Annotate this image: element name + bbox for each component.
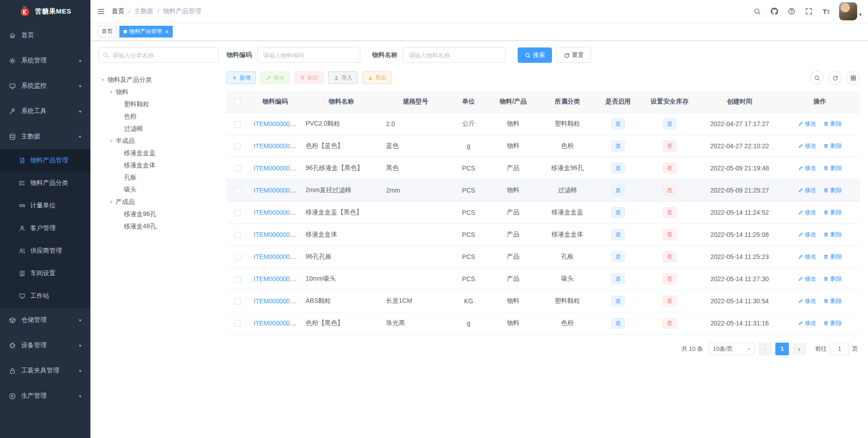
row-checkbox[interactable] [235,121,241,127]
tree-node[interactable]: ▾ 物料及产品分类 [99,74,218,86]
material-code-link[interactable]: ITEM00000037 [254,120,297,127]
table-row[interactable]: ITEM00000041 色粉【蓝色】 蓝色 g 物料 色粉 是 否 2022-… [226,135,860,157]
toggle-search-button[interactable] [810,71,824,85]
material-code-link[interactable]: ITEM00000054 [254,275,297,283]
page-size-select[interactable]: 10条/页 ▾ [708,343,755,355]
tree-node[interactable]: ▾ 移液盒盒体 [99,159,218,171]
tree-node[interactable]: ▾ 产成品 [99,196,218,208]
edit-row-button[interactable]: 修改 [798,208,816,217]
material-code-link[interactable]: ITEM00000053 [254,253,297,260]
delete-row-button[interactable]: 删除 [823,319,842,327]
tree-node[interactable]: ▾ 色粉 [99,110,218,122]
sidebar-subitem[interactable]: 工作站 [0,285,90,307]
search-button[interactable]: 搜索 [518,47,552,63]
fullscreen-button[interactable] [800,0,817,23]
caret-down-icon[interactable]: ▾ [107,199,116,205]
tree-node[interactable]: ▾ 移液盒盒盖 [99,147,218,159]
category-search-input[interactable] [99,47,218,63]
breadcrumb-home[interactable]: 首页 [112,7,124,15]
table-row[interactable]: ITEM00000054 10mm吸头 PCS 产品 吸头 是 否 2022-0… [226,268,860,290]
sidebar-item-system-monitor[interactable]: 系统监控 ▾ [0,73,90,99]
app-logo[interactable]: 苦糖果MES [0,0,90,23]
caret-down-icon[interactable]: ▾ [107,89,116,95]
github-link[interactable] [766,0,783,23]
user-avatar[interactable] [839,2,857,20]
help-button[interactable] [783,0,800,23]
tab-home[interactable]: 首页 [98,26,117,38]
edit-row-button[interactable]: 修改 [798,164,816,172]
row-checkbox[interactable] [235,298,241,305]
table-row[interactable]: ITEM00000037 PVC2.0颗粒 2.0 公斤 物料 塑料颗粒 是 是… [226,113,860,135]
sidebar-subitem[interactable]: 计量单位 [0,194,90,217]
table-row[interactable]: ITEM00000053 96孔孔板 PCS 产品 孔板 是 否 2022-05… [226,245,860,268]
caret-down-icon[interactable]: ▾ [107,138,116,144]
edit-row-button[interactable]: 修改 [798,231,816,239]
sidebar-toggle-button[interactable] [90,0,112,23]
page-number-1[interactable]: 1 [775,343,789,355]
next-page-button[interactable]: › [793,343,806,355]
material-code-link[interactable]: ITEM00000046 [254,165,297,172]
table-row[interactable]: ITEM00000056 色粉【黑色】 珠光黑 g 物料 色粉 是 否 2022… [226,312,860,334]
row-checkbox[interactable] [235,143,241,150]
edit-row-button[interactable]: 修改 [798,275,816,283]
row-checkbox[interactable] [235,254,241,260]
tab-close-icon[interactable]: × [165,28,169,35]
delete-row-button[interactable]: 删除 [823,208,842,217]
material-code-link[interactable]: ITEM00000041 [254,142,297,150]
table-row[interactable]: ITEM00000052 移液盒盒体 PCS 产品 移液盒盒体 是 否 2022… [226,223,860,245]
sidebar-item-master-data[interactable]: 主数据 ▾ [0,124,90,149]
tree-node[interactable]: ▾ 半成品 [99,135,218,147]
sidebar-item-system-tools[interactable]: 系统工具 ▾ [0,99,90,124]
font-size-button[interactable]: TT [817,0,835,23]
material-code-link[interactable]: ITEM00000052 [254,231,297,238]
delete-row-button[interactable]: 删除 [823,231,842,239]
delete-button[interactable]: 删除 [294,71,324,84]
refresh-table-button[interactable] [828,71,842,85]
sidebar-subitem[interactable]: 车间设置 [0,262,90,285]
material-name-input[interactable] [403,47,506,63]
edit-row-button[interactable]: 修改 [798,319,816,327]
table-row[interactable]: ITEM00000055 ABS颗粒 长度1CM KG 物料 塑料颗粒 是 否 … [226,290,860,312]
material-code-link[interactable]: ITEM00000056 [254,320,297,327]
row-checkbox[interactable] [235,232,241,238]
select-all-checkbox[interactable] [235,99,241,105]
delete-row-button[interactable]: 删除 [823,186,842,194]
delete-row-button[interactable]: 删除 [823,142,842,150]
tree-node[interactable]: ▾ 孔板 [99,171,218,184]
user-menu[interactable]: ▾ [839,0,862,23]
material-code-input[interactable] [257,47,360,63]
sidebar-subitem[interactable]: 客户管理 [0,217,90,240]
material-code-link[interactable]: ITEM00000055 [254,297,297,305]
row-checkbox[interactable] [235,188,241,194]
edit-row-button[interactable]: 修改 [798,142,816,150]
prev-page-button[interactable]: ‹ [758,343,772,355]
sidebar-item-fixture-mgmt[interactable]: 工装夹具管理 ▾ [0,358,90,383]
material-code-link[interactable]: ITEM00000051 [254,209,297,216]
delete-row-button[interactable]: 删除 [823,253,842,261]
sidebar-item-equipment-mgmt[interactable]: 设备管理 ▾ [0,333,90,358]
reset-button[interactable]: 重置 [557,47,591,63]
import-button[interactable]: 导入 [328,71,358,84]
edit-row-button[interactable]: 修改 [798,186,816,194]
export-button[interactable]: 导出 [362,71,392,84]
delete-row-button[interactable]: 删除 [823,275,842,283]
edit-row-button[interactable]: 修改 [798,297,816,305]
sidebar-item-system-mgmt[interactable]: 系统管理 ▾ [0,48,90,73]
table-row[interactable]: ITEM00000051 移液盒盒盖【黑色】 PCS 产品 移液盒盒盖 是 否 … [226,201,860,223]
delete-row-button[interactable]: 删除 [823,297,842,305]
sidebar-subitem[interactable]: 物料产品管理 [0,149,90,172]
sidebar-subitem[interactable]: 供应商管理 [0,240,90,262]
tree-node[interactable]: ▾ 移液盒96孔 [99,208,218,220]
table-row[interactable]: ITEM00000046 96孔移液盒【黑色】 黑色 PCS 产品 移液盒96孔… [226,157,860,179]
caret-down-icon[interactable]: ▾ [99,77,108,83]
header-search-button[interactable] [749,0,766,23]
tree-node[interactable]: ▾ 塑料颗粒 [99,98,218,110]
tree-node[interactable]: ▾ 物料 [99,86,218,98]
sidebar-item-home[interactable]: 首页 [0,23,90,48]
tree-node[interactable]: ▾ 移液盒48孔 [99,220,218,232]
goto-page-input[interactable] [830,343,849,355]
add-button[interactable]: 新增 [226,71,256,84]
sidebar-subitem[interactable]: 物料产品分类 [0,172,90,194]
edit-button[interactable]: 修改 [260,71,290,84]
edit-row-button[interactable]: 修改 [798,120,816,128]
